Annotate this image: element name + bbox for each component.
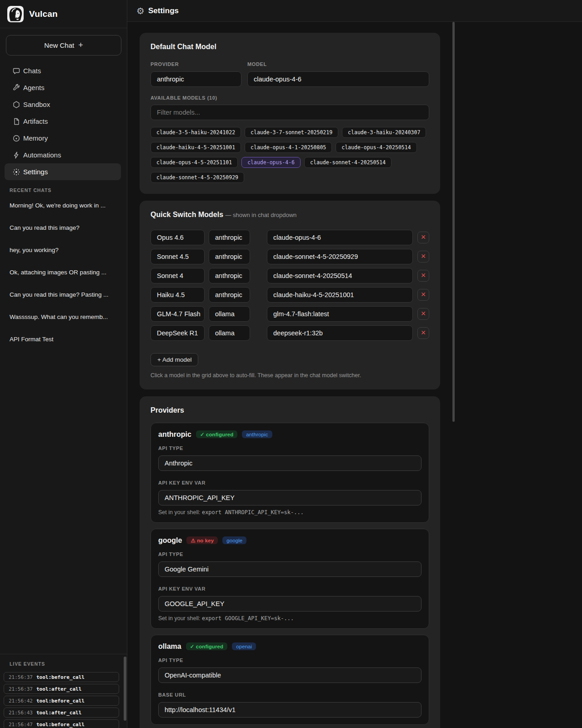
quick-model-name-input[interactable]: Opus 4.6 <box>151 230 205 245</box>
quick-model-provider-input[interactable]: anthropic <box>209 249 250 264</box>
remove-model-button[interactable]: × <box>417 270 429 282</box>
model-chip[interactable]: claude-opus-4-20250514 <box>336 142 416 153</box>
quick-model-id-input[interactable]: claude-opus-4-6 <box>267 230 413 245</box>
provider-field-input[interactable]: ANTHROPIC_API_KEY <box>158 490 421 506</box>
sidebar-item-memory[interactable]: Memory <box>5 130 121 147</box>
remove-model-button[interactable]: × <box>417 251 429 263</box>
provider-field-label: API TYPE <box>158 658 421 663</box>
sidebar-item-label: Automations <box>23 151 61 159</box>
provider-field-label: BASE URL <box>158 693 421 698</box>
recent-chat-item[interactable]: Ok, attaching images OR pasting ... <box>0 261 127 283</box>
quick-model-name-input[interactable]: Sonnet 4 <box>151 268 205 283</box>
quick-model-id-input[interactable]: claude-sonnet-4-20250514 <box>267 268 413 283</box>
recent-chats-label: RECENT CHATS <box>10 187 127 193</box>
provider-field: BASE URLhttp://localhost:11434/v1 <box>158 693 421 718</box>
quick-switch-subtitle: — shown in chat dropdown <box>225 212 296 218</box>
model-chip[interactable]: claude-sonnet-4-20250514 <box>304 157 391 168</box>
app-title: Vulcan <box>29 9 58 19</box>
recent-chat-item[interactable]: Wassssup. What can you rememb... <box>0 306 127 328</box>
quick-model-name-input[interactable]: GLM-4.7 Flash <box>151 306 205 322</box>
remove-model-button[interactable]: × <box>417 289 429 301</box>
sidebar-item-label: Settings <box>23 168 48 176</box>
section-title-quick-switch: Quick Switch Models — shown in chat drop… <box>151 211 429 219</box>
quick-model-provider-input[interactable]: anthropic <box>209 287 250 303</box>
wrench-icon <box>12 84 20 92</box>
available-models-grid: claude-3-5-haiku-20241022claude-3-7-sonn… <box>151 127 429 183</box>
provider-field-label: API TYPE <box>158 552 421 557</box>
provider-name: ollama <box>158 642 181 650</box>
provider-field-input[interactable]: Google Gemini <box>158 561 421 577</box>
sidebar-item-sandbox[interactable]: Sandbox <box>5 96 121 113</box>
quick-model-provider-input[interactable]: ollama <box>209 325 250 341</box>
provider-field: API KEY ENV VARGOOGLE_API_KEY <box>158 586 421 612</box>
recent-chat-item[interactable]: Can you read this image? <box>0 217 127 239</box>
providers-card: Providers anthropic✓ configuredanthropic… <box>140 396 440 728</box>
quick-model-name-input[interactable]: DeepSeek R1 <box>151 325 205 341</box>
sidebar-scrollbar[interactable] <box>124 657 126 721</box>
model-chip[interactable]: claude-opus-4-5-20251101 <box>151 157 238 168</box>
quick-model-id-input[interactable]: claude-haiku-4-5-20251001 <box>267 287 413 303</box>
live-events-label: LIVE EVENTS <box>10 661 127 667</box>
provider-field-input[interactable]: OpenAI-compatible <box>158 667 421 683</box>
providers-list: anthropic✓ configuredanthropicAPI TYPEAn… <box>151 423 429 725</box>
model-chip[interactable]: claude-3-7-sonnet-20250219 <box>245 127 338 138</box>
filter-models-input[interactable]: Filter models... <box>151 105 429 120</box>
model-chip[interactable]: claude-3-5-haiku-20241022 <box>151 127 241 138</box>
model-input[interactable]: claude-opus-4-6 <box>247 71 429 87</box>
provider-status-badge: ✓ configured <box>186 642 227 650</box>
sidebar-item-label: Sandbox <box>23 101 50 108</box>
remove-model-button[interactable]: × <box>417 327 429 339</box>
quick-model-name-input[interactable]: Haiku 4.5 <box>151 287 205 303</box>
provider-field-input[interactable]: Anthropic <box>158 455 421 471</box>
quick-model-id-input[interactable]: glm-4.7-flash:latest <box>267 306 413 322</box>
main-area: ⚙ Settings Default Chat Model PROVIDER a… <box>127 0 582 728</box>
model-chip[interactable]: claude-opus-4-6 <box>241 157 301 168</box>
model-chip[interactable]: claude-opus-4-1-20250805 <box>245 142 332 153</box>
recent-chat-item[interactable]: Can you read this image? Pasting ... <box>0 283 127 306</box>
sidebar-item-settings[interactable]: Settings <box>5 163 121 180</box>
provider-type-badge: openai <box>232 642 256 650</box>
memory-icon <box>12 134 20 142</box>
model-chip[interactable]: claude-haiku-4-5-20251001 <box>151 142 241 153</box>
provider-field-input[interactable]: http://localhost:11434/v1 <box>158 702 421 718</box>
model-label: MODEL <box>247 62 429 67</box>
sidebar-item-agents[interactable]: Agents <box>5 79 121 96</box>
live-event-item: 21:56:43tool:after_call <box>4 708 119 718</box>
quick-switch-row: Sonnet 4.5anthropicclaude-sonnet-4-5-202… <box>151 249 429 264</box>
sidebar: Vulcan New Chat + ChatsAgentsSandboxArti… <box>0 0 127 728</box>
provider-shell-hint: Set in your shell: export GOOGLE_API_KEY… <box>158 615 421 622</box>
sidebar-item-label: Artifacts <box>23 117 48 125</box>
main-scrollbar[interactable] <box>452 22 455 422</box>
quick-model-id-input[interactable]: deepseek-r1:32b <box>267 325 413 341</box>
section-title-providers: Providers <box>151 406 429 414</box>
recent-chat-item[interactable]: hey, you working? <box>0 239 127 261</box>
provider-card-google: google⚠ no keygoogleAPI TYPEGoogle Gemin… <box>151 529 429 629</box>
recent-chat-item[interactable]: API Format Test <box>0 328 127 350</box>
quick-switch-row: Opus 4.6anthropicclaude-opus-4-6× <box>151 230 429 245</box>
sidebar-item-artifacts[interactable]: Artifacts <box>5 113 121 130</box>
model-chip[interactable]: claude-3-haiku-20240307 <box>342 127 426 138</box>
remove-model-button[interactable]: × <box>417 308 429 320</box>
quick-model-provider-input[interactable]: anthropic <box>209 268 250 283</box>
provider-input[interactable]: anthropic <box>151 71 241 87</box>
model-chip[interactable]: claude-sonnet-4-5-20250929 <box>151 172 244 183</box>
quick-switch-rows: Opus 4.6anthropicclaude-opus-4-6×Sonnet … <box>151 230 429 341</box>
quick-model-provider-input[interactable]: ollama <box>209 306 250 322</box>
quick-switch-row: Haiku 4.5anthropicclaude-haiku-4-5-20251… <box>151 287 429 303</box>
quick-model-provider-input[interactable]: anthropic <box>209 230 250 245</box>
live-event-item: 21:56:37tool:before_call <box>4 672 119 682</box>
close-icon: × <box>421 309 426 318</box>
recent-chat-item[interactable]: Morning! Ok, we're doing work in ... <box>0 194 127 217</box>
sidebar-item-automations[interactable]: Automations <box>5 147 121 163</box>
provider-status-badge: ✓ configured <box>196 430 237 438</box>
provider-field: API TYPEGoogle Gemini <box>158 552 421 577</box>
provider-field-input[interactable]: GOOGLE_API_KEY <box>158 596 421 612</box>
add-model-button[interactable]: + Add model <box>151 353 198 366</box>
recent-chats-list: Morning! Ok, we're doing work in ...Can … <box>0 194 127 350</box>
new-chat-button[interactable]: New Chat + <box>6 35 121 56</box>
quick-model-name-input[interactable]: Sonnet 4.5 <box>151 249 205 264</box>
sidebar-item-label: Agents <box>23 84 45 91</box>
sidebar-item-chats[interactable]: Chats <box>5 62 121 79</box>
quick-model-id-input[interactable]: claude-sonnet-4-5-20250929 <box>267 249 413 264</box>
remove-model-button[interactable]: × <box>417 232 429 243</box>
